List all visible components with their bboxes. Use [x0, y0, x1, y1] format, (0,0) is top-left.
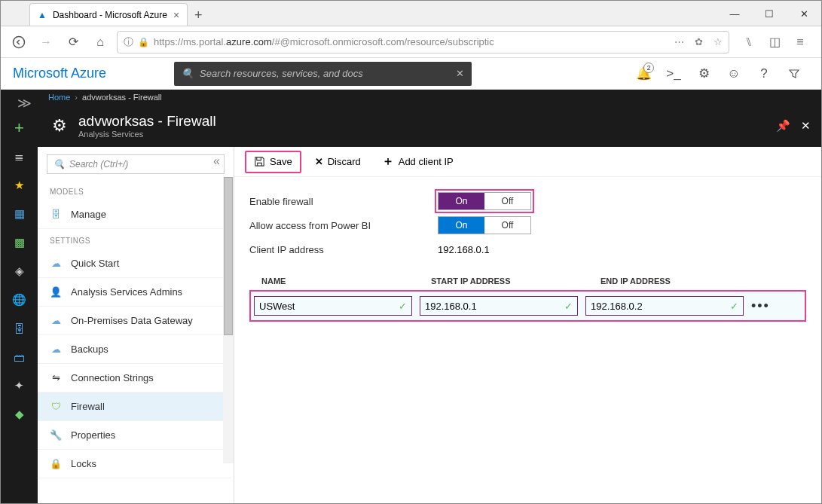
client-ip-label: Client IP address: [249, 244, 438, 255]
azure-brand[interactable]: Microsoft Azure: [13, 66, 106, 81]
browser-menu-icon[interactable]: ≡: [791, 33, 809, 51]
nav-cube-icon[interactable]: ◈: [1, 257, 38, 286]
save-button[interactable]: Save: [245, 151, 301, 173]
backup-icon: ☁: [50, 344, 62, 355]
enable-firewall-toggle[interactable]: On Off: [438, 192, 531, 210]
breadcrumb-home[interactable]: Home: [48, 93, 70, 102]
rule-name-input[interactable]: [255, 301, 394, 312]
sidebar-item-quickstart[interactable]: ☁Quick Start: [38, 249, 231, 278]
browser-reload-button[interactable]: ⟳: [63, 32, 84, 53]
window-maximize-button[interactable]: ☐: [752, 2, 787, 26]
url-host-pre: ms.portal.: [183, 36, 226, 47]
library-icon[interactable]: ⑊: [740, 33, 758, 51]
sidebar-item-admins[interactable]: 👤Analysis Services Admins: [38, 278, 231, 307]
settings-gear-icon[interactable]: ⚙: [689, 58, 719, 90]
blade-header: ⚙ advworksas - Firewall Analysis Service…: [38, 105, 821, 147]
azure-top-bar: Microsoft Azure 🔍 Search resources, serv…: [1, 58, 821, 90]
reader-icon[interactable]: ✿: [695, 36, 703, 47]
browser-back-button[interactable]: [8, 32, 29, 53]
sidebar-item-locks[interactable]: 🔒Locks: [38, 450, 231, 478]
add-client-ip-button[interactable]: ＋ Add client IP: [374, 151, 461, 173]
rule-end-ip-input-wrap: ✓: [585, 296, 744, 316]
sidebar-item-label: Quick Start: [71, 258, 119, 269]
valid-check-icon: ✓: [560, 301, 577, 312]
new-tab-button[interactable]: +: [188, 5, 209, 26]
rule-name-input-wrap: ✓: [254, 296, 412, 316]
nav-star-icon[interactable]: ★: [1, 171, 38, 200]
browser-forward-button[interactable]: →: [35, 32, 57, 53]
sidebar-item-gateway[interactable]: ☁On-Premises Data Gateway: [38, 307, 231, 335]
cloud-shell-button[interactable]: >_: [659, 58, 689, 90]
filter-icon[interactable]: [779, 58, 809, 90]
help-icon[interactable]: ?: [749, 58, 779, 90]
discard-label: Discard: [328, 156, 361, 167]
nav-atom-icon[interactable]: ✦: [1, 371, 38, 400]
enable-firewall-label: Enable firewall: [249, 196, 438, 207]
rule-start-ip-input[interactable]: [420, 301, 560, 312]
nav-sql-icon[interactable]: 🗄: [1, 314, 38, 343]
row-more-button[interactable]: •••: [751, 298, 770, 314]
bookmark-icon[interactable]: ☆: [714, 36, 723, 47]
sidebar-scrollbar-thumb[interactable]: [224, 177, 233, 335]
azure-search-box[interactable]: 🔍 Search resources, services, and docs ✕: [174, 62, 472, 86]
search-icon: 🔍: [182, 68, 194, 79]
sidebar-icon[interactable]: ◫: [765, 33, 784, 51]
browser-tab-strip: ▲ Dashboard - Microsoft Azure × + — ☐ ✕: [1, 1, 821, 26]
allow-powerbi-toggle[interactable]: On Off: [438, 216, 531, 234]
sidebar-item-firewall[interactable]: 🛡Firewall: [38, 393, 231, 421]
sidebar-section-models: MODELS: [38, 180, 231, 200]
nav-list-icon[interactable]: ≣: [1, 142, 38, 171]
nav-dashboard-icon[interactable]: ▦: [1, 200, 38, 228]
nav-new-button[interactable]: +: [1, 114, 38, 142]
blade-close-button[interactable]: ✕: [801, 119, 811, 133]
sidebar-collapse-icon[interactable]: «: [213, 154, 220, 168]
url-more-icon[interactable]: ⋯: [674, 36, 684, 47]
search-clear-icon[interactable]: ✕: [456, 68, 464, 79]
discard-button[interactable]: ✕ Discard: [307, 151, 368, 173]
window-close-button[interactable]: ✕: [787, 2, 821, 26]
client-ip-value: 192.168.0.1: [438, 244, 490, 255]
feedback-icon[interactable]: ☺: [719, 58, 749, 90]
sidebar-item-backups[interactable]: ☁Backups: [38, 335, 231, 364]
work-area: Home › advworksas - Firewall ⚙ advworksa…: [38, 90, 821, 503]
firewall-settings: Enable firewall On Off Allow access from…: [234, 177, 821, 269]
sidebar-item-label: Firewall: [71, 401, 105, 412]
sidebar-item-manage[interactable]: 🗄Manage: [38, 200, 231, 229]
blade-body: 🔍 Search (Ctrl+/) MODELS 🗄Manage SETTING…: [38, 147, 821, 503]
nav-globe-icon[interactable]: 🌐: [1, 286, 38, 314]
content-pane: Save ✕ Discard ＋ Add client IP Enable fi…: [234, 147, 821, 503]
browser-toolbar: → ⟳ ⌂ ⓘ 🔒 https://ms.portal.azure.com/#@…: [1, 26, 821, 58]
toggle-on[interactable]: On: [439, 193, 484, 209]
rule-end-ip-input[interactable]: [586, 301, 726, 312]
notifications-button[interactable]: 🔔2: [628, 58, 659, 90]
sidebar-item-label: Backups: [71, 344, 108, 355]
command-bar: Save ✕ Discard ＋ Add client IP: [234, 147, 821, 177]
toggle-off[interactable]: Off: [484, 217, 530, 234]
blade-pin-button[interactable]: 📌: [776, 119, 790, 133]
nav-grid-icon[interactable]: ▩: [1, 228, 38, 257]
toggle-off[interactable]: Off: [484, 193, 530, 209]
toggle-on[interactable]: On: [439, 217, 484, 234]
nav-db-icon[interactable]: 🗃: [1, 343, 38, 371]
sidebar-search-input[interactable]: 🔍 Search (Ctrl+/): [47, 154, 225, 174]
col-end-header: END IP ADDRESS: [600, 276, 770, 286]
sidebar-item-label: Properties: [71, 429, 115, 441]
window-minimize-button[interactable]: —: [717, 2, 752, 26]
sidebar-item-properties[interactable]: 🔧Properties: [38, 421, 231, 450]
nav-collapse-button[interactable]: ≫: [17, 93, 38, 114]
gateway-icon: ☁: [50, 315, 62, 326]
col-start-header: START IP ADDRESS: [431, 276, 600, 286]
window-controls: — ☐ ✕: [717, 2, 821, 26]
blade-title: advworksas - Firewall: [78, 113, 216, 130]
sidebar-item-label: On-Premises Data Gateway: [71, 315, 193, 326]
address-bar[interactable]: ⓘ 🔒 https://ms.portal.azure.com/#@micros…: [117, 31, 729, 53]
app-body: ≫ + ≣ ★ ▦ ▩ ◈ 🌐 🗄 🗃 ✦ ◆ Home › advworksa…: [1, 90, 821, 503]
firewall-rules-grid: NAME START IP ADDRESS END IP ADDRESS ✓ ✓: [234, 269, 821, 322]
nav-green-dot-icon[interactable]: ◆: [1, 400, 38, 429]
tab-close-icon[interactable]: ×: [173, 9, 179, 21]
sidebar-item-connstrings[interactable]: ⇋Connection Strings: [38, 364, 231, 393]
lock-icon: 🔒: [138, 37, 149, 47]
browser-tab[interactable]: ▲ Dashboard - Microsoft Azure ×: [29, 3, 188, 26]
browser-home-button[interactable]: ⌂: [90, 32, 111, 53]
breadcrumb-sep-icon: ›: [75, 93, 78, 102]
